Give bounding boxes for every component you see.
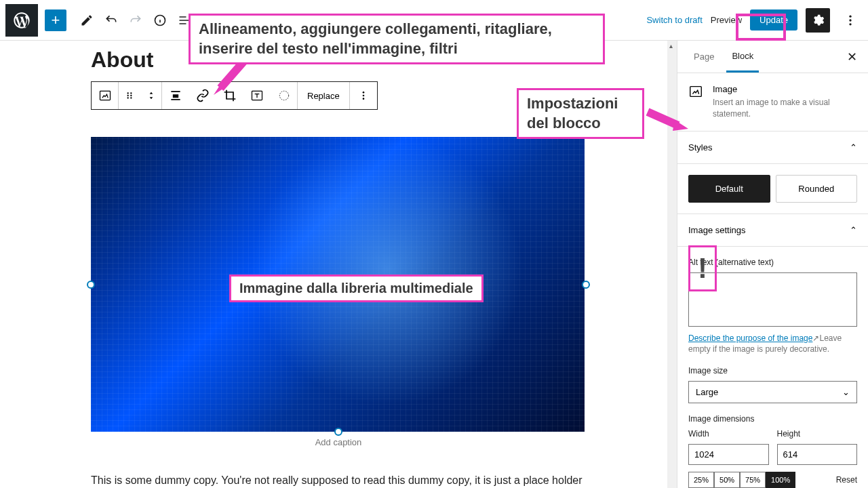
svg-point-10 — [130, 97, 132, 98]
more-options-button[interactable] — [838, 8, 863, 33]
svg-point-15 — [362, 98, 364, 100]
undo-icon[interactable] — [99, 8, 123, 33]
duotone-filter-icon[interactable] — [271, 82, 298, 109]
width-input[interactable] — [688, 444, 769, 465]
svg-point-7 — [127, 95, 129, 96]
block-type-icon[interactable] — [92, 82, 119, 109]
annotation-toolbar: Allineamento, aggiungere collegamenti, r… — [189, 14, 605, 64]
alt-help-text: Describe the purpose of the image↗Leave … — [688, 333, 857, 356]
block-description: Insert an image to make a visual stateme… — [713, 97, 857, 120]
resize-handle-bottom[interactable] — [334, 428, 342, 436]
close-sidebar-button[interactable]: ✕ — [847, 49, 857, 64]
image-dimensions-label: Image dimensions — [688, 414, 857, 424]
alt-text-label: Alt text (alternative text) — [688, 258, 857, 267]
svg-point-8 — [130, 95, 132, 96]
drag-handle-icon[interactable] — [119, 82, 140, 109]
wordpress-logo[interactable] — [5, 4, 38, 37]
height-input[interactable] — [777, 444, 858, 465]
tab-page[interactable]: Page — [688, 42, 719, 71]
pct-50-button[interactable]: 50% — [714, 472, 740, 488]
height-label: Height — [777, 429, 858, 439]
chevron-down-icon: ⌄ — [842, 387, 850, 397]
caption-input[interactable]: Add caption — [91, 437, 586, 447]
image-settings-panel-toggle[interactable]: Image settings ⌃ — [677, 214, 868, 247]
svg-point-1 — [849, 15, 851, 17]
pct-75-button[interactable]: 75% — [740, 472, 766, 488]
edit-icon[interactable] — [75, 8, 99, 33]
svg-point-2 — [849, 19, 851, 21]
settings-sidebar: Page Block ✕ Image Insert an image to ma… — [677, 41, 868, 488]
resize-handle-left[interactable] — [87, 281, 95, 289]
alt-text-input[interactable] — [688, 272, 857, 327]
styles-heading: Styles — [688, 142, 712, 152]
svg-rect-4 — [100, 91, 110, 100]
annotation-sidebar: Impostazioni del blocco — [517, 88, 644, 139]
settings-gear-button[interactable] — [806, 8, 830, 33]
paragraph-text[interactable]: This is some dummy copy. You're not real… — [91, 472, 586, 488]
svg-point-6 — [130, 92, 132, 94]
move-updown-icon[interactable] — [140, 82, 162, 109]
svg-point-14 — [362, 95, 364, 97]
image-size-select[interactable]: Large⌄ — [688, 381, 857, 403]
svg-point-9 — [127, 97, 129, 98]
replace-button[interactable]: Replace — [298, 82, 350, 109]
tab-block[interactable]: Block — [726, 41, 759, 73]
svg-point-5 — [127, 92, 129, 94]
pct-100-button[interactable]: 100% — [766, 472, 795, 488]
switch-to-draft-link[interactable]: Switch to draft — [646, 15, 702, 25]
align-icon[interactable] — [162, 82, 189, 109]
chevron-up-icon: ⌃ — [850, 142, 857, 152]
svg-rect-16 — [690, 87, 702, 97]
style-rounded-button[interactable]: Rounded — [776, 175, 858, 203]
svg-point-12 — [279, 91, 288, 100]
annotation-image: Immagine dalla libreria multimediale — [229, 274, 484, 302]
preview-button[interactable]: Preview — [711, 15, 742, 25]
block-title: Image — [713, 84, 857, 94]
alt-help-link[interactable]: Describe the purpose of the image — [688, 333, 812, 343]
block-more-icon[interactable] — [350, 82, 377, 109]
chevron-up-icon: ⌃ — [850, 225, 857, 235]
svg-point-13 — [362, 92, 364, 94]
width-label: Width — [688, 429, 769, 439]
image-size-label: Image size — [688, 366, 857, 375]
svg-point-3 — [849, 23, 851, 25]
redo-icon[interactable] — [123, 8, 148, 33]
pct-25-button[interactable]: 25% — [688, 472, 714, 488]
update-button[interactable]: Update — [750, 9, 797, 30]
styles-panel-toggle[interactable]: Styles ⌃ — [677, 131, 868, 164]
info-icon[interactable] — [148, 8, 172, 33]
add-block-button[interactable]: + — [45, 9, 66, 31]
image-settings-heading: Image settings — [688, 225, 746, 235]
style-default-button[interactable]: Default — [688, 175, 770, 203]
resize-handle-right[interactable] — [582, 281, 590, 289]
reset-button[interactable]: Reset — [836, 475, 857, 485]
